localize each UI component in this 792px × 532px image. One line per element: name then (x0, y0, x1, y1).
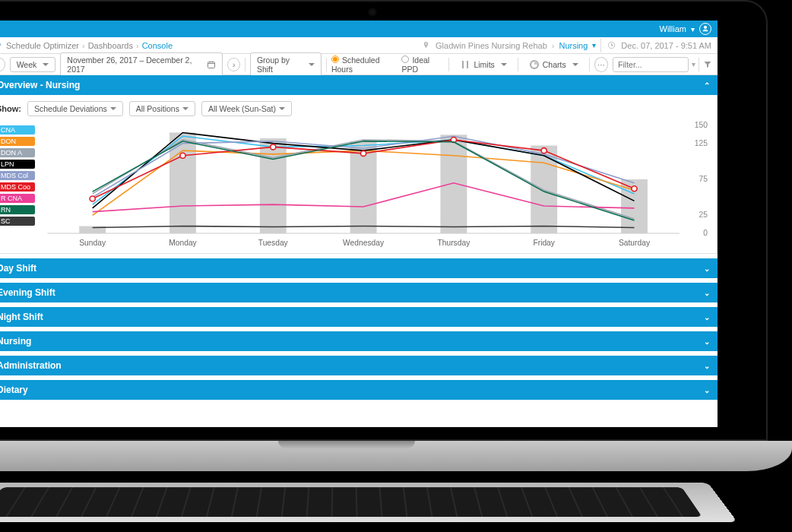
radio-ideal[interactable]: Ideal PPD (401, 55, 444, 74)
laptop-camera (369, 9, 375, 15)
topbar: William ▾ (0, 21, 718, 37)
deviation-select[interactable]: Schedule Deviations (27, 101, 123, 116)
calendar-icon (207, 59, 217, 70)
crumb-1[interactable]: Schedule Optimizer (6, 41, 79, 50)
svg-rect-5 (169, 132, 196, 233)
section-header[interactable]: Night Shift⌄ (0, 307, 718, 327)
crumb-3[interactable]: Console (142, 41, 173, 50)
section-header[interactable]: Dietary⌄ (0, 380, 718, 400)
funnel-icon[interactable] (702, 59, 713, 70)
svg-text:Tuesday: Tuesday (258, 239, 289, 247)
legend-item[interactable]: DON (0, 137, 35, 146)
overview-header[interactable]: Overview - Nursing ⌃ (0, 75, 718, 95)
chart-legend: CNADONDON ALPNMDS ColMDS CooR CNARNSC (0, 121, 35, 250)
datetime: Dec. 07, 2017 - 9:51 AM (621, 41, 711, 50)
radio-scheduled[interactable]: Scheduled Hours (331, 55, 398, 74)
week-select[interactable]: All Week (Sun-Sat) (201, 101, 292, 116)
period-select[interactable]: Week (10, 57, 56, 72)
svg-text:75: 75 (699, 175, 708, 183)
laptop-keyboard (0, 483, 737, 521)
overview-body: Show: Schedule Deviations All Positions … (0, 95, 718, 254)
more-button[interactable]: ··· (594, 57, 608, 72)
legend-item[interactable]: CNA (0, 125, 35, 135)
chevron-down-icon: ⌄ (704, 289, 710, 297)
pie-icon (529, 59, 540, 70)
limits-select[interactable]: Limits (454, 57, 512, 72)
clock-icon (606, 40, 616, 51)
svg-rect-8 (440, 135, 467, 233)
section-header[interactable]: Evening Shift⌄ (0, 283, 718, 302)
overview-title: Overview - Nursing (0, 80, 80, 90)
date-range[interactable]: November 26, 2017 – December 2, 2017 (60, 52, 223, 77)
svg-point-23 (90, 196, 95, 201)
charts-select[interactable]: Charts (523, 57, 584, 72)
chevron-down-icon[interactable]: ▾ (592, 41, 596, 49)
svg-point-28 (541, 148, 546, 154)
legend-item[interactable]: RN (0, 205, 35, 214)
prev-button[interactable]: ‹ (0, 58, 5, 71)
svg-text:Wednesday: Wednesday (343, 239, 385, 247)
legend-item[interactable]: LPN (0, 160, 35, 169)
show-label: Show: (0, 104, 21, 113)
user-menu[interactable]: William ▾ (660, 23, 711, 35)
laptop-base (0, 441, 792, 471)
pin-icon (420, 40, 431, 51)
breadcrumb-bar: Schedule Optimizer › Dashboards › Consol… (0, 37, 718, 54)
legend-item[interactable]: R CNA (0, 194, 35, 203)
svg-rect-1 (208, 62, 214, 68)
svg-point-24 (180, 153, 185, 158)
svg-text:Friday: Friday (533, 239, 555, 247)
svg-point-26 (361, 150, 366, 156)
chevron-down-icon: ⌄ (704, 386, 710, 394)
svg-text:Sunday: Sunday (79, 239, 106, 247)
positions-select[interactable]: All Positions (129, 101, 195, 116)
collapse-icon: ⌃ (704, 81, 710, 90)
svg-text:0: 0 (703, 229, 708, 237)
chevron-down-icon: ⌄ (704, 337, 710, 346)
crumb-2[interactable]: Dashboards (88, 41, 133, 50)
next-button[interactable]: › (227, 58, 240, 71)
overview-chart: 02575125150SundayMondayTuesdayWednesdayT… (40, 121, 711, 250)
chevron-down-icon[interactable]: ▾ (692, 60, 695, 68)
legend-item[interactable]: DON A (0, 148, 35, 157)
section-header[interactable]: Day Shift⌄ (0, 258, 718, 278)
toolbar: ‹ Week November 26, 2017 – December 2, 2… (0, 54, 718, 75)
svg-text:Saturday: Saturday (619, 239, 651, 247)
limits-icon (460, 59, 470, 70)
section-header[interactable]: Administration⌄ (0, 356, 718, 375)
location-text: Gladwin Pines Nursing Rehab (436, 41, 547, 50)
svg-rect-9 (531, 146, 557, 233)
chevron-down-icon: ⌄ (704, 264, 710, 273)
svg-text:150: 150 (695, 121, 708, 129)
svg-point-29 (632, 186, 637, 192)
svg-text:Monday: Monday (169, 239, 197, 247)
avatar-icon (699, 23, 711, 35)
username: William (660, 24, 686, 33)
gauge-icon (0, 40, 3, 51)
chevron-down-icon: ⌄ (704, 362, 710, 370)
svg-text:25: 25 (699, 211, 708, 219)
svg-rect-6 (260, 138, 287, 233)
svg-text:125: 125 (695, 139, 708, 147)
section-header[interactable]: Nursing⌄ (0, 331, 718, 351)
filter-input[interactable] (613, 57, 689, 72)
legend-item[interactable]: MDS Col (0, 171, 35, 180)
svg-text:Thursday: Thursday (438, 239, 471, 247)
legend-item[interactable]: MDS Coo (0, 182, 35, 192)
app-screen: William ▾ (0, 21, 718, 427)
chevron-down-icon: ⌄ (704, 313, 710, 321)
legend-item[interactable]: SC (0, 217, 35, 226)
chevron-down-icon: ▾ (691, 25, 695, 33)
group-select[interactable]: Group by Shift (250, 52, 322, 77)
svg-point-25 (271, 144, 276, 150)
content-area: Overview - Nursing ⌃ Show: Schedule Devi… (0, 75, 718, 427)
location-link[interactable]: Nursing (559, 41, 588, 50)
